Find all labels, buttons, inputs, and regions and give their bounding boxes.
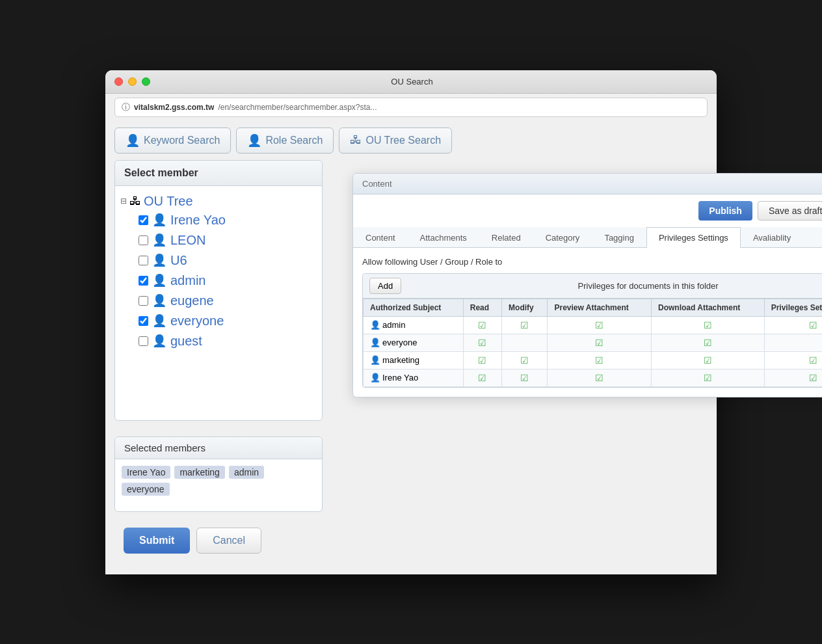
tree-item-irene-yao: 👤 Irene Yao xyxy=(139,210,317,230)
privileges-content: Allow following User / Group / Role to A… xyxy=(353,248,822,397)
role-search-tab[interactable]: 👤 Role Search xyxy=(236,127,334,154)
col-modify: Modify xyxy=(502,299,548,316)
address-path: /en/searchmember/searchmember.aspx?sta..… xyxy=(218,103,377,112)
subject-admin: 👤admin xyxy=(364,316,464,334)
col-preview: Preview Attachment xyxy=(548,299,652,316)
check-icon: ☑ xyxy=(704,373,712,383)
check-icon: ☑ xyxy=(809,373,817,383)
privileges-irene[interactable]: ☑ xyxy=(764,369,822,386)
check-icon: ☑ xyxy=(595,373,603,383)
modify-irene[interactable]: ☑ xyxy=(502,369,548,386)
right-panel-toolbar: Publish Save as draft Cancel xyxy=(353,195,822,227)
check-icon: ☑ xyxy=(809,355,817,366)
window-title: OU Search xyxy=(116,77,708,87)
tree-item-guest: 👤 guest xyxy=(139,331,317,351)
user-small-icon: 👤 xyxy=(370,338,380,347)
right-panel-header: Content xyxy=(353,174,822,195)
role-icon: 👤 xyxy=(247,133,261,148)
save-draft-button[interactable]: Save as draft xyxy=(758,201,822,221)
checkbox-irene-yao[interactable] xyxy=(139,215,148,225)
tab-availability[interactable]: Avaliablity xyxy=(741,227,803,248)
user-icon-everyone: 👤 xyxy=(152,314,166,328)
tab-related[interactable]: Related xyxy=(479,227,533,248)
label-leon[interactable]: LEON xyxy=(170,233,206,248)
ou-tab-label: OU Tree Search xyxy=(365,135,441,146)
preview-irene[interactable]: ☑ xyxy=(548,369,652,386)
submit-button[interactable]: Submit xyxy=(124,528,190,554)
tab-tagging[interactable]: Tagging xyxy=(592,227,646,248)
selected-members-area: Irene Yao marketing admin everyone xyxy=(115,459,322,511)
keyword-search-tab[interactable]: 👤 Keyword Search xyxy=(114,127,231,154)
tree-collapse-icon[interactable]: ⊟ xyxy=(120,196,127,206)
browser-window: OU Search ⓘ vitalskm2.gss.com.tw /en/sea… xyxy=(105,70,717,574)
col-subject: Authorized Subject xyxy=(364,299,464,316)
tree-item-everyone: 👤 everyone xyxy=(139,311,317,331)
tab-content[interactable]: Content xyxy=(353,227,408,248)
member-tag-admin: admin xyxy=(229,466,264,479)
checkbox-guest[interactable] xyxy=(139,336,148,346)
tab-privileges[interactable]: Privileges Settings xyxy=(646,227,741,248)
check-icon: ☑ xyxy=(595,320,603,330)
privileges-everyone[interactable] xyxy=(764,334,822,351)
check-icon: ☑ xyxy=(520,373,529,383)
subject-marketing: 👤marketing xyxy=(364,351,464,369)
modify-everyone[interactable] xyxy=(502,334,548,351)
preview-marketing[interactable]: ☑ xyxy=(548,351,652,369)
label-irene-yao[interactable]: Irene Yao xyxy=(170,213,226,228)
cancel-button[interactable]: Cancel xyxy=(196,528,261,554)
add-button[interactable]: Add xyxy=(369,278,401,294)
label-admin[interactable]: admin xyxy=(170,273,206,288)
label-guest[interactable]: guest xyxy=(170,334,202,349)
privileges-table: Authorized Subject Read Modify Preview A… xyxy=(363,299,822,387)
checkbox-admin[interactable] xyxy=(139,276,148,286)
selected-members-header: Selected members xyxy=(115,437,322,459)
table-title: Privileges for documents in this folder xyxy=(408,276,822,296)
download-everyone[interactable]: ☑ xyxy=(652,334,765,351)
tree-root: ⊟ 🖧 OU Tree xyxy=(120,193,317,210)
ou-tree-search-tab[interactable]: 🖧 OU Tree Search xyxy=(339,127,452,154)
download-marketing[interactable]: ☑ xyxy=(652,351,765,369)
preview-admin[interactable]: ☑ xyxy=(548,316,652,334)
read-admin[interactable]: ☑ xyxy=(463,316,501,334)
ou-icon: 🖧 xyxy=(350,133,362,147)
privileges-admin[interactable]: ☑ xyxy=(764,316,822,334)
label-u6[interactable]: U6 xyxy=(170,253,187,268)
check-icon: ☑ xyxy=(478,338,486,348)
table-row: 👤admin ☑ ☑ ☑ ☑ ☑ ✖ xyxy=(364,316,823,334)
tab-attachments[interactable]: Attachments xyxy=(408,227,479,248)
checkbox-everyone[interactable] xyxy=(139,316,148,326)
label-eugene[interactable]: eugene xyxy=(170,293,214,308)
checkbox-leon[interactable] xyxy=(139,235,148,245)
preview-everyone[interactable]: ☑ xyxy=(548,334,652,351)
col-download: Download Attachment xyxy=(652,299,765,316)
modify-marketing[interactable]: ☑ xyxy=(502,351,548,369)
modify-admin[interactable]: ☑ xyxy=(502,316,548,334)
check-icon: ☑ xyxy=(478,320,486,330)
right-panel: Content Publish Save as draft Cancel Con… xyxy=(352,173,822,397)
tree-container: ⊟ 🖧 OU Tree 👤 Irene Yao 👤 xyxy=(115,186,322,420)
privileges-marketing[interactable]: ☑ xyxy=(764,351,822,369)
check-icon: ☑ xyxy=(704,320,712,330)
user-icon-irene-yao: 👤 xyxy=(152,213,166,227)
download-admin[interactable]: ☑ xyxy=(652,316,765,334)
role-tab-label: Role Search xyxy=(265,135,323,146)
tree-root-label[interactable]: OU Tree xyxy=(144,194,193,209)
user-small-icon: 👤 xyxy=(370,355,380,365)
read-irene[interactable]: ☑ xyxy=(463,369,501,386)
check-icon: ☑ xyxy=(520,320,529,330)
info-icon: ⓘ xyxy=(122,101,130,113)
read-marketing[interactable]: ☑ xyxy=(463,351,501,369)
tab-category[interactable]: Category xyxy=(533,227,592,248)
download-irene[interactable]: ☑ xyxy=(652,369,765,386)
table-row: 👤Irene Yao ☑ ☑ ☑ ☑ ☑ ✖ xyxy=(364,369,823,386)
label-everyone[interactable]: everyone xyxy=(170,314,224,329)
checkbox-eugene[interactable] xyxy=(139,296,148,306)
read-everyone[interactable]: ☑ xyxy=(463,334,501,351)
checkbox-u6[interactable] xyxy=(139,256,148,265)
address-bar: ⓘ vitalskm2.gss.com.tw /en/searchmember/… xyxy=(114,98,708,117)
check-icon: ☑ xyxy=(595,355,603,366)
publish-button[interactable]: Publish xyxy=(698,201,752,221)
user-icon-leon: 👤 xyxy=(152,233,166,247)
check-icon: ☑ xyxy=(704,355,712,366)
titlebar: OU Search xyxy=(105,70,717,94)
